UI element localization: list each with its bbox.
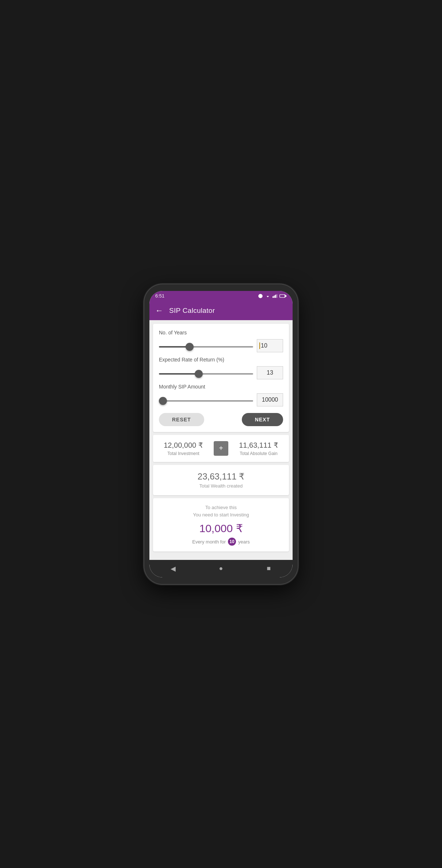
invest-intro-line1: To achieve this xyxy=(205,505,237,510)
years-badge: 10 xyxy=(228,538,236,546)
svg-rect-3 xyxy=(275,295,276,297)
app-bar: ← SIP Calculator xyxy=(149,301,293,320)
svg-point-0 xyxy=(258,294,263,298)
invest-amount: 10,000 ₹ xyxy=(159,522,283,535)
svg-rect-7 xyxy=(280,295,285,297)
nav-recent-button[interactable]: ■ xyxy=(262,562,275,575)
main-content: No. of Years 10 Expected Rate of Return … xyxy=(149,320,293,560)
svg-rect-2 xyxy=(274,295,275,297)
battery-icon xyxy=(279,294,287,298)
total-wealth-amount: 23,63,111 ₹ xyxy=(160,471,282,482)
signal-icon xyxy=(273,294,278,298)
rate-slider[interactable] xyxy=(159,373,253,375)
invest-duration-text1: Every month for xyxy=(192,539,226,545)
sip-slider[interactable] xyxy=(159,400,253,402)
invest-duration-text2: years xyxy=(238,539,250,545)
svg-rect-6 xyxy=(285,295,286,297)
invest-card: To achieve this You need to start Invest… xyxy=(153,498,289,552)
invest-intro: To achieve this You need to start Invest… xyxy=(159,504,283,519)
back-button[interactable]: ← xyxy=(155,306,163,315)
rate-label: Expected Rate of Return (%) xyxy=(159,357,283,363)
rate-row: 13 xyxy=(159,366,283,379)
cursor-indicator xyxy=(259,342,260,349)
years-value: 10 xyxy=(261,342,267,349)
total-investment-box: 12,00,000 ₹ Total Investment xyxy=(153,435,214,462)
years-slider-container xyxy=(159,342,253,349)
app-title: SIP Calculator xyxy=(169,307,215,315)
rate-slider-container xyxy=(159,369,253,376)
rate-value-box[interactable]: 13 xyxy=(257,366,283,379)
invest-intro-line2: You need to start Investing xyxy=(193,512,249,518)
notification-icon xyxy=(258,293,263,299)
sip-value: 10000 xyxy=(262,397,278,403)
phone-screen: 6:51 xyxy=(149,291,293,577)
years-value-box[interactable]: 10 xyxy=(257,339,283,352)
nav-home-button[interactable]: ● xyxy=(214,562,228,575)
status-time: 6:51 xyxy=(155,293,164,299)
status-bar: 6:51 xyxy=(149,291,293,301)
years-label: No. of Years xyxy=(159,330,283,336)
reset-button[interactable]: RESET xyxy=(159,413,204,426)
calculator-card: No. of Years 10 Expected Rate of Return … xyxy=(153,324,289,432)
results-row: 12,00,000 ₹ Total Investment + 11,63,111… xyxy=(153,435,289,462)
nav-back-button[interactable]: ◀ xyxy=(167,562,180,575)
total-gain-label: Total Absolute Gain xyxy=(232,451,285,456)
svg-rect-1 xyxy=(273,296,274,297)
wifi-icon xyxy=(265,294,271,298)
total-investment-label: Total Investment xyxy=(157,451,210,456)
sip-slider-container xyxy=(159,397,253,403)
total-gain-box: 11,63,111 ₹ Total Absolute Gain xyxy=(228,435,289,462)
next-button[interactable]: NEXT xyxy=(242,413,283,426)
sip-value-box[interactable]: 10000 xyxy=(257,393,283,406)
total-investment-amount: 12,00,000 ₹ xyxy=(157,441,210,450)
sip-label: Monthly SIP Amount xyxy=(159,384,283,390)
invest-duration: Every month for 10 years xyxy=(159,538,283,546)
status-icons xyxy=(258,293,287,299)
buttons-row: RESET NEXT xyxy=(159,413,283,426)
plus-divider: + xyxy=(214,441,228,456)
sip-row: 10000 xyxy=(159,393,283,406)
years-row: 10 xyxy=(159,339,283,352)
total-wealth-label: Total Wealth created xyxy=(160,483,282,489)
svg-rect-4 xyxy=(277,294,278,298)
total-wealth-card: 23,63,111 ₹ Total Wealth created xyxy=(153,465,289,495)
nav-bar: ◀ ● ■ xyxy=(149,560,293,577)
years-slider[interactable] xyxy=(159,346,253,348)
total-gain-amount: 11,63,111 ₹ xyxy=(232,441,285,450)
phone-shell: 6:51 xyxy=(144,284,298,584)
rate-value: 13 xyxy=(267,369,273,376)
